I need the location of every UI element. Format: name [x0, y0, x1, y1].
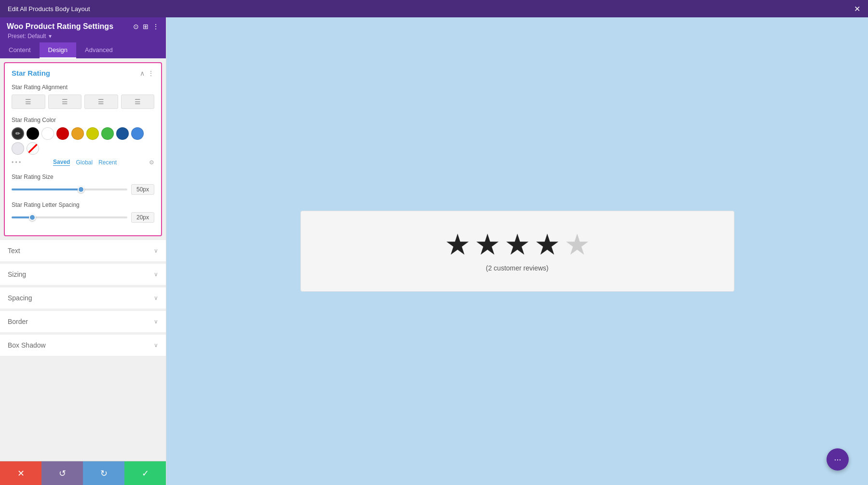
star-3: ★ — [504, 230, 530, 259]
color-eraser-swatch[interactable]: ✏ — [12, 127, 24, 140]
collapse-icon[interactable]: ∧ — [140, 69, 145, 77]
text-section-label: Text — [8, 247, 20, 255]
grid-icon[interactable]: ⊞ — [143, 23, 149, 30]
letter-spacing-label: Star Rating Letter Spacing — [12, 202, 154, 208]
star-5: ★ — [564, 230, 590, 259]
align-right-btn[interactable]: ☰ — [84, 94, 118, 109]
size-slider-track[interactable] — [12, 189, 127, 190]
color-erase-swatch[interactable] — [27, 142, 39, 155]
box-shadow-chevron-icon: ∨ — [154, 342, 158, 349]
panel-title: Woo Product Rating Settings — [7, 22, 113, 31]
align-left-btn[interactable]: ☰ — [12, 94, 45, 109]
main-layout: Woo Product Rating Settings ⊙ ⊞ ⋮ Preset… — [0, 17, 868, 485]
color-green-swatch[interactable] — [101, 127, 114, 140]
size-slider-row: 50px — [12, 184, 154, 195]
section-border[interactable]: Border ∨ — [0, 310, 166, 332]
align-justify-btn[interactable]: ☰ — [121, 94, 155, 109]
redo-icon: ↻ — [100, 468, 108, 479]
undo-icon: ↺ — [59, 468, 66, 479]
undo-button[interactable]: ↺ — [41, 461, 83, 485]
preset-row[interactable]: Preset: Default ▾ — [7, 33, 159, 40]
cancel-icon: ✕ — [17, 468, 25, 479]
color-label: Star Rating Color — [12, 117, 154, 123]
size-slider-value[interactable]: 50px — [131, 184, 154, 195]
section-spacing[interactable]: Spacing ∨ — [0, 287, 166, 309]
save-icon: ✓ — [142, 468, 149, 479]
color-section: Star Rating Color ✏ — [12, 117, 154, 166]
star-4: ★ — [534, 230, 560, 259]
preset-chevron: ▾ — [49, 33, 52, 40]
color-swatches-row: ✏ — [12, 127, 154, 155]
color-tab-global[interactable]: Global — [76, 159, 93, 166]
color-tab-recent[interactable]: Recent — [98, 159, 117, 166]
fab-button[interactable]: ··· — [827, 448, 849, 471]
letter-spacing-slider-thumb[interactable] — [29, 214, 36, 221]
more-icon[interactable]: ⋮ — [152, 23, 159, 30]
box-shadow-section-label: Box Shadow — [8, 341, 46, 349]
color-blue-swatch[interactable] — [131, 127, 144, 140]
section-sizing[interactable]: Sizing ∨ — [0, 263, 166, 285]
star-2: ★ — [475, 230, 501, 259]
main-area: ★ ★ ★ ★ ★ (2 customer reviews) ··· — [166, 17, 868, 485]
spacing-chevron-icon: ∨ — [154, 295, 158, 301]
cancel-button[interactable]: ✕ — [0, 461, 41, 485]
panel-header: Woo Product Rating Settings ⊙ ⊞ ⋮ Preset… — [0, 17, 166, 42]
section-header-icons: ∧ ⋮ — [140, 69, 154, 77]
review-count: (2 customer reviews) — [486, 264, 549, 272]
section-title: Star Rating — [12, 69, 50, 77]
letter-spacing-slider-track[interactable] — [12, 216, 127, 218]
left-panel: Woo Product Rating Settings ⊙ ⊞ ⋮ Preset… — [0, 17, 166, 485]
text-chevron-icon: ∨ — [154, 247, 158, 254]
panel-content: Star Rating ∧ ⋮ Star Rating Alignment ☰ … — [0, 58, 166, 461]
rating-card: ★ ★ ★ ★ ★ (2 customer reviews) — [300, 211, 734, 292]
letter-spacing-slider-row: 20px — [12, 212, 154, 223]
color-tab-saved[interactable]: Saved — [53, 159, 70, 166]
top-bar-title: Edit All Products Body Layout — [8, 5, 90, 13]
color-light-swatch[interactable] — [12, 142, 24, 155]
size-slider-thumb[interactable] — [78, 186, 84, 193]
sizing-section-label: Sizing — [8, 270, 26, 278]
alignment-label: Star Rating Alignment — [12, 84, 154, 91]
panel-title-icons: ⊙ ⊞ ⋮ — [133, 23, 159, 30]
color-yellow-swatch[interactable] — [86, 127, 99, 140]
section-header: Star Rating ∧ ⋮ — [12, 69, 154, 77]
color-white-swatch[interactable] — [41, 127, 54, 140]
close-button[interactable]: ✕ — [854, 4, 860, 13]
color-gear-icon[interactable]: ⚙ — [149, 159, 154, 166]
redo-button[interactable]: ↻ — [83, 461, 124, 485]
letter-spacing-slider-value[interactable]: 20px — [131, 212, 154, 223]
align-center-btn[interactable]: ☰ — [48, 94, 82, 109]
color-black-swatch[interactable] — [27, 127, 39, 140]
tab-design[interactable]: Design — [40, 42, 76, 58]
bottom-toolbar: ✕ ↺ ↻ ✓ — [0, 461, 166, 485]
border-chevron-icon: ∨ — [154, 318, 158, 325]
color-red-swatch[interactable] — [56, 127, 69, 140]
size-label: Star Rating Size — [12, 174, 154, 180]
target-icon[interactable]: ⊙ — [133, 23, 139, 30]
color-orange-swatch[interactable] — [71, 127, 84, 140]
tabs: Content Design Advanced — [0, 42, 166, 58]
preset-label: Preset: Default — [8, 33, 46, 40]
color-more-btn[interactable]: • • • — [12, 159, 21, 166]
spacing-section-label: Spacing — [8, 294, 32, 302]
fab-icon: ··· — [834, 455, 841, 465]
sections-list: Text ∨ Sizing ∨ Spacing ∨ Border ∨ Box S… — [0, 240, 166, 356]
alignment-row: ☰ ☰ ☰ ☰ — [12, 94, 154, 109]
top-bar: Edit All Products Body Layout ✕ — [0, 0, 868, 17]
star-rating-section: Star Rating ∧ ⋮ Star Rating Alignment ☰ … — [4, 62, 162, 236]
panel-title-row: Woo Product Rating Settings ⊙ ⊞ ⋮ — [7, 22, 159, 31]
color-tabs-row: • • • Saved Global Recent ⚙ — [12, 159, 154, 166]
color-navy-swatch[interactable] — [116, 127, 129, 140]
section-box-shadow[interactable]: Box Shadow ∨ — [0, 334, 166, 356]
tab-content[interactable]: Content — [0, 42, 40, 58]
border-section-label: Border — [8, 318, 28, 325]
section-text[interactable]: Text ∨ — [0, 240, 166, 261]
star-1: ★ — [445, 230, 471, 259]
save-button[interactable]: ✓ — [124, 461, 166, 485]
tab-advanced[interactable]: Advanced — [76, 42, 122, 58]
stars-row: ★ ★ ★ ★ ★ — [445, 230, 590, 259]
sizing-chevron-icon: ∨ — [154, 271, 158, 278]
size-slider-fill — [12, 189, 81, 190]
section-more-icon[interactable]: ⋮ — [148, 69, 154, 77]
